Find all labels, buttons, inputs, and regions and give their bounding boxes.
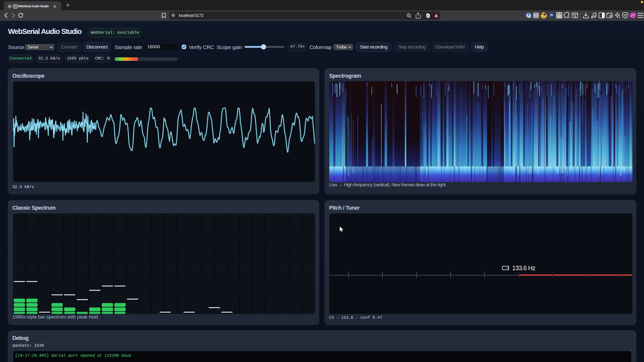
svg-text:C3 133.6 Hz: C3 133.6 Hz <box>502 264 535 272</box>
